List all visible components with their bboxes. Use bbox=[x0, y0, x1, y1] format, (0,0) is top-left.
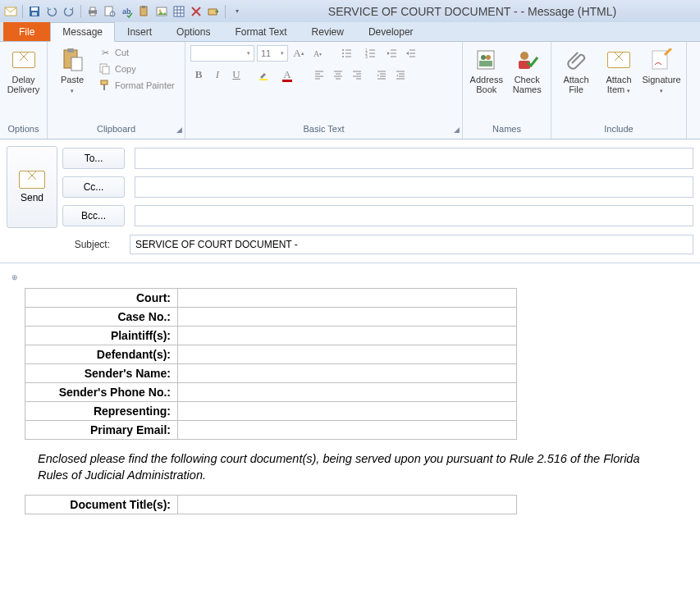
delay-delivery-button[interactable]: Delay Delivery bbox=[5, 45, 42, 96]
save-icon[interactable] bbox=[27, 4, 42, 19]
italic-button[interactable]: I bbox=[209, 66, 226, 83]
font-family-combo[interactable]: ▾ bbox=[190, 45, 254, 62]
to-button[interactable]: To... bbox=[62, 148, 125, 169]
field-value[interactable] bbox=[178, 345, 517, 364]
tab-options[interactable]: Options bbox=[164, 22, 222, 41]
quick-access-toolbar: ab ▾ bbox=[0, 4, 245, 19]
bullets-button[interactable] bbox=[336, 45, 357, 62]
font-size-combo[interactable]: 11▾ bbox=[257, 45, 288, 62]
increase-indent-button2[interactable] bbox=[392, 66, 409, 83]
table-row: Plaintiff(s): bbox=[25, 327, 517, 345]
field-label: Representing: bbox=[25, 402, 178, 421]
increase-indent-button[interactable] bbox=[402, 45, 419, 62]
svg-text:3: 3 bbox=[365, 54, 368, 59]
message-header: Send To... Cc... Bcc... Subject: bbox=[0, 139, 700, 263]
svg-point-70 bbox=[520, 52, 528, 60]
insert-picture-icon[interactable] bbox=[154, 4, 169, 19]
font-color-button[interactable]: A bbox=[277, 66, 298, 83]
format-painter-icon bbox=[98, 79, 112, 92]
send-button[interactable]: Send bbox=[7, 146, 57, 228]
tab-file[interactable]: File bbox=[3, 22, 50, 41]
svg-point-27 bbox=[342, 49, 344, 51]
paste-icon[interactable] bbox=[137, 4, 152, 19]
title-bar: ab ▾ SERVICE OF COURT DOCUMENT - - Messa… bbox=[0, 0, 700, 22]
tab-format-text[interactable]: Format Text bbox=[222, 22, 299, 41]
court-fields-table: Court:Case No.:Plaintiff(s):Defendant(s)… bbox=[25, 288, 517, 440]
check-names-icon bbox=[514, 47, 540, 73]
print-icon[interactable] bbox=[85, 4, 100, 19]
cc-button[interactable]: Cc... bbox=[62, 176, 125, 198]
cut-button[interactable]: ✂Cut bbox=[95, 45, 178, 60]
field-value[interactable] bbox=[178, 308, 517, 327]
message-body[interactable]: ⊕ Court:Case No.:Plaintiff(s):Defendant(… bbox=[0, 263, 700, 528]
field-label: Court: bbox=[25, 289, 178, 308]
align-right-button[interactable] bbox=[349, 66, 365, 83]
check-names-button[interactable]: Check Names bbox=[509, 45, 547, 96]
align-left-button[interactable] bbox=[311, 66, 327, 83]
chevron-down-icon: ▾ bbox=[71, 88, 74, 94]
field-value[interactable] bbox=[178, 289, 517, 308]
group-options-label: Options bbox=[0, 124, 47, 139]
insert-table-icon[interactable] bbox=[172, 4, 186, 19]
signature-button[interactable]: Signature▾ bbox=[642, 45, 681, 98]
to-field[interactable] bbox=[135, 148, 693, 169]
tab-review[interactable]: Review bbox=[300, 22, 356, 41]
dialog-launcher-icon[interactable]: ◢ bbox=[176, 126, 182, 134]
tab-message[interactable]: Message bbox=[50, 22, 115, 42]
table-row: Case No.: bbox=[25, 308, 517, 327]
paste-large-icon bbox=[59, 47, 85, 73]
align-center-button[interactable] bbox=[330, 66, 346, 83]
chevron-down-icon: ▾ bbox=[627, 88, 630, 94]
grow-font-button[interactable]: A▴ bbox=[291, 45, 307, 62]
move-icon[interactable] bbox=[206, 4, 221, 19]
bcc-button[interactable]: Bcc... bbox=[62, 205, 125, 226]
field-value[interactable] bbox=[178, 402, 517, 421]
copy-button[interactable]: Copy bbox=[95, 62, 178, 76]
undo-icon[interactable] bbox=[44, 4, 59, 19]
svg-rect-7 bbox=[105, 7, 112, 16]
svg-text:ab: ab bbox=[122, 7, 131, 16]
field-label: Defendant(s): bbox=[25, 345, 178, 364]
doc-title-cell[interactable] bbox=[178, 496, 517, 514]
print-preview-icon[interactable] bbox=[103, 4, 117, 19]
shrink-font-button[interactable]: A▾ bbox=[309, 45, 326, 62]
format-painter-button[interactable]: Format Painter bbox=[95, 78, 178, 93]
field-value[interactable] bbox=[178, 421, 517, 440]
decrease-indent-button[interactable] bbox=[383, 45, 400, 62]
numbering-button[interactable]: 123 bbox=[359, 45, 381, 62]
attach-item-button[interactable]: Attach Item ▾ bbox=[599, 45, 638, 98]
dialog-launcher-icon[interactable]: ◢ bbox=[454, 126, 460, 134]
tab-developer[interactable]: Developer bbox=[356, 22, 426, 41]
field-value[interactable] bbox=[178, 383, 517, 402]
field-label: Plaintiff(s): bbox=[25, 327, 178, 345]
address-book-button[interactable]: Address Book bbox=[468, 45, 506, 96]
spelling-icon[interactable]: ab bbox=[120, 4, 135, 19]
table-row: Sender's Name: bbox=[25, 364, 517, 383]
redo-icon[interactable] bbox=[62, 4, 76, 19]
svg-rect-11 bbox=[142, 6, 145, 8]
field-value[interactable] bbox=[178, 327, 517, 345]
subject-label: Subject: bbox=[7, 239, 125, 250]
field-label: Case No.: bbox=[25, 308, 178, 327]
field-value[interactable] bbox=[178, 364, 517, 383]
tab-insert[interactable]: Insert bbox=[115, 22, 164, 41]
bcc-field[interactable] bbox=[135, 205, 693, 226]
copy-icon bbox=[98, 62, 112, 75]
paste-button[interactable]: Paste▾ bbox=[53, 45, 92, 98]
svg-rect-22 bbox=[71, 57, 82, 71]
svg-rect-25 bbox=[101, 80, 108, 85]
signature-icon bbox=[648, 47, 675, 73]
cc-field[interactable] bbox=[135, 176, 693, 198]
table-row: Defendant(s): bbox=[25, 345, 517, 364]
delete-icon[interactable] bbox=[189, 4, 204, 19]
bold-button[interactable]: B bbox=[190, 66, 207, 83]
customize-qat-icon[interactable]: ▾ bbox=[230, 4, 245, 19]
highlight-button[interactable] bbox=[253, 66, 274, 83]
field-label: Sender's Phone No.: bbox=[25, 383, 178, 402]
svg-rect-24 bbox=[103, 66, 109, 74]
underline-button[interactable]: U bbox=[228, 66, 245, 83]
decrease-indent-button2[interactable] bbox=[373, 66, 390, 83]
svg-rect-2 bbox=[31, 7, 38, 11]
attach-file-button[interactable]: Attach File bbox=[556, 45, 596, 96]
subject-field[interactable] bbox=[130, 235, 693, 254]
